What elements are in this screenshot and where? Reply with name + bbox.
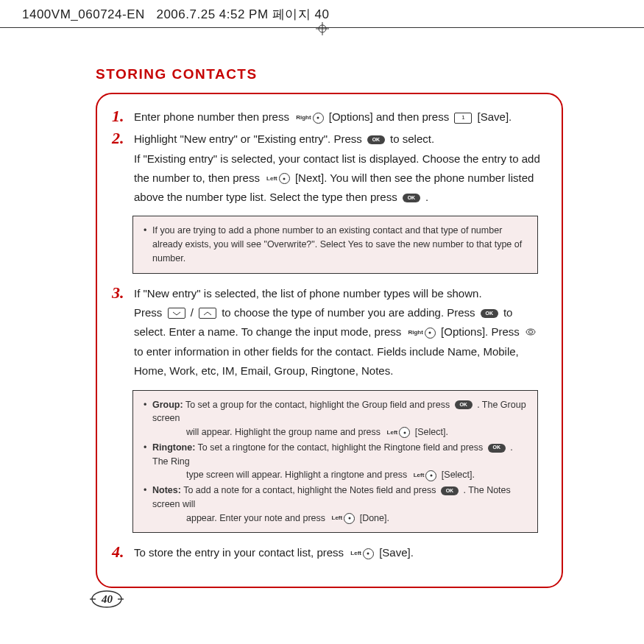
step-4: 4. To store the entry in your contact li…	[112, 543, 547, 562]
note-box-fields: • Group: To set a group for the contact,…	[132, 390, 538, 534]
step-3: 3. If "New entry" is selected, the list …	[112, 284, 547, 381]
crop-mark-label: 1400VM_060724-EN 2006.7.25 4:52 PM 페이지 4…	[22, 6, 330, 23]
left-softkey-icon: Left	[386, 427, 411, 438]
ok-key-icon: OK	[488, 444, 506, 453]
nav-up-key-icon	[168, 308, 185, 319]
step-number: 4.	[112, 543, 134, 561]
step-number: 2.	[112, 130, 134, 147]
step-number: 1.	[112, 107, 134, 125]
svg-point-3	[526, 329, 535, 335]
right-softkey-icon: Right	[294, 113, 323, 124]
ok-key-icon: OK	[481, 309, 498, 318]
left-softkey-icon: Left	[330, 513, 355, 524]
file-code: 1400VM_060724-EN	[22, 7, 145, 21]
ok-key-icon: OK	[455, 400, 473, 409]
right-softkey-icon: Right	[406, 328, 435, 339]
left-softkey-icon: Left	[412, 470, 437, 481]
step-number: 3.	[112, 284, 134, 302]
ok-key-icon: OK	[403, 194, 420, 202]
content-panel: 1. Enter phone number then press Right […	[96, 93, 563, 588]
file-timestamp: 2006.7.25 4:52 PM	[156, 7, 268, 21]
page-number: 40	[102, 593, 113, 606]
nav-down-key-icon	[199, 308, 216, 319]
ok-key-icon: OK	[367, 135, 385, 144]
svg-point-4	[528, 330, 533, 333]
left-softkey-icon: Left	[265, 173, 290, 184]
one-key-icon: 1	[454, 113, 472, 124]
page-word-ko: 페이지	[272, 7, 311, 21]
scroll-key-icon	[525, 323, 537, 342]
ok-key-icon: OK	[441, 486, 459, 495]
header-pageno: 40	[315, 7, 330, 21]
registration-mark-icon	[316, 22, 329, 35]
step-1: 1. Enter phone number then press Right […	[112, 107, 547, 127]
section-title: STORING CONTACTS	[96, 66, 563, 82]
note-box-overwrite: •If you are trying to add a phone number…	[132, 216, 538, 273]
step-2: 2. Highlight "New entry" or "Existing en…	[112, 130, 547, 207]
left-softkey-icon: Left	[349, 548, 374, 559]
